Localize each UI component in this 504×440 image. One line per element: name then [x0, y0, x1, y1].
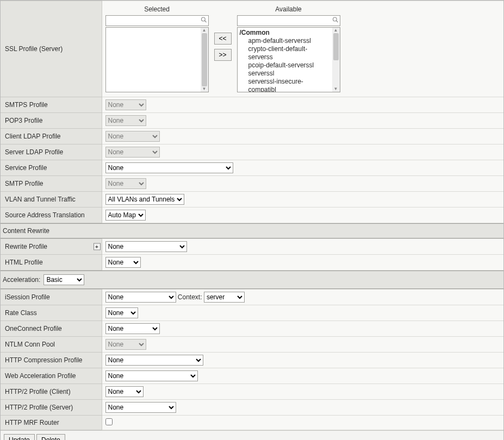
- ntlm-conn-pool-label: NTLM Conn Pool: [1, 337, 102, 353]
- acceleration-level-select[interactable]: Basic: [43, 274, 84, 285]
- http2-client-profile-select[interactable]: None: [105, 386, 144, 397]
- selected-listbox[interactable]: ▲ ▼: [105, 27, 209, 92]
- rewrite-profile-label: Rewrite Profile +: [1, 239, 102, 255]
- available-header: Available: [275, 5, 301, 13]
- scrollbar[interactable]: ▲ ▼: [201, 28, 208, 92]
- html-profile-select[interactable]: None: [105, 257, 141, 268]
- snat-select[interactable]: Auto Map: [105, 210, 146, 221]
- web-acceleration-profile-label: Web Acceleration Profile: [1, 368, 102, 384]
- service-profile-select[interactable]: None: [105, 162, 233, 173]
- list-item[interactable]: serverssl-insecure-compatibl: [240, 78, 330, 92]
- client-ldap-profile-select: None: [105, 131, 160, 142]
- http-compression-profile-label: HTTP Compression Profile: [1, 353, 102, 368]
- list-group: /Common: [240, 29, 330, 37]
- content-rewrite-header: Content Rewrite: [1, 223, 503, 238]
- http-mrf-router-label: HTTP MRF Router: [1, 416, 102, 430]
- available-search-input[interactable]: [237, 15, 340, 26]
- service-profile-label: Service Profile: [1, 160, 102, 176]
- rate-class-select[interactable]: None: [105, 307, 138, 318]
- delete-button[interactable]: Delete: [36, 434, 65, 440]
- vlan-traffic-select[interactable]: All VLANs and Tunnels: [105, 194, 184, 205]
- smtps-profile-label: SMTPS Profile: [1, 97, 102, 113]
- isession-profile-select[interactable]: None: [105, 292, 176, 303]
- isession-context-label: Context:: [178, 293, 202, 301]
- http2-client-profile-label: HTTP/2 Profile (Client): [1, 384, 102, 400]
- list-item[interactable]: serverssl: [240, 70, 330, 78]
- ssl-profile-server-label: SSL Profile (Server): [1, 1, 102, 97]
- http2-server-profile-select[interactable]: None: [105, 402, 176, 413]
- http2-server-profile-label: HTTP/2 Profile (Server): [1, 400, 102, 416]
- smtp-profile-label: SMTP Profile: [1, 176, 102, 192]
- smtp-profile-select: None: [105, 178, 146, 189]
- selected-search-input[interactable]: [105, 15, 209, 26]
- selected-header: Selected: [144, 5, 170, 13]
- web-acceleration-profile-select[interactable]: None: [105, 370, 198, 381]
- rewrite-profile-select[interactable]: None: [105, 241, 187, 252]
- html-profile-label: HTML Profile: [1, 255, 102, 271]
- list-item[interactable]: pcoip-default-serverssl: [240, 61, 330, 70]
- acceleration-header: Acceleration:: [3, 276, 40, 284]
- rewrite-profile-add-button[interactable]: +: [94, 243, 101, 250]
- http-mrf-router-checkbox[interactable]: [105, 418, 113, 425]
- isession-context-select[interactable]: server: [204, 292, 245, 303]
- update-button[interactable]: Update: [4, 434, 35, 440]
- isession-profile-label: iSession Profile: [1, 290, 102, 305]
- available-listbox[interactable]: /Common apm-default-serverssl crypto-cli…: [237, 27, 340, 92]
- oneconnect-profile-label: OneConnect Profile: [1, 321, 102, 337]
- scroll-down-icon: ▼: [202, 86, 207, 92]
- oneconnect-profile-select[interactable]: None: [105, 323, 160, 334]
- http-compression-profile-select[interactable]: None: [105, 355, 203, 366]
- move-right-button[interactable]: >>: [214, 49, 232, 61]
- rate-class-label: Rate Class: [1, 305, 102, 321]
- list-item[interactable]: apm-default-serverssl: [240, 37, 330, 45]
- ssl-profile-dual-list: Selected ▲: [105, 3, 501, 95]
- client-ldap-profile-label: Client LDAP Profile: [1, 129, 102, 144]
- list-item[interactable]: crypto-client-default-serverss: [240, 45, 330, 61]
- scroll-up-icon: ▲: [202, 28, 207, 33]
- pop3-profile-select: None: [105, 115, 146, 126]
- scroll-up-icon: ▲: [334, 28, 338, 33]
- move-left-button[interactable]: <<: [214, 33, 232, 45]
- smtps-profile-select: None: [105, 99, 146, 110]
- ntlm-conn-pool-select: None: [105, 339, 146, 350]
- vlan-traffic-label: VLAN and Tunnel Traffic: [1, 192, 102, 208]
- server-ldap-profile-select: None: [105, 147, 160, 158]
- scrollbar[interactable]: ▲ ▼: [332, 28, 340, 92]
- pop3-profile-label: POP3 Profile: [1, 113, 102, 129]
- snat-label: Source Address Translation: [1, 208, 102, 223]
- scroll-down-icon: ▼: [334, 86, 338, 92]
- server-ldap-profile-label: Server LDAP Profile: [1, 144, 102, 160]
